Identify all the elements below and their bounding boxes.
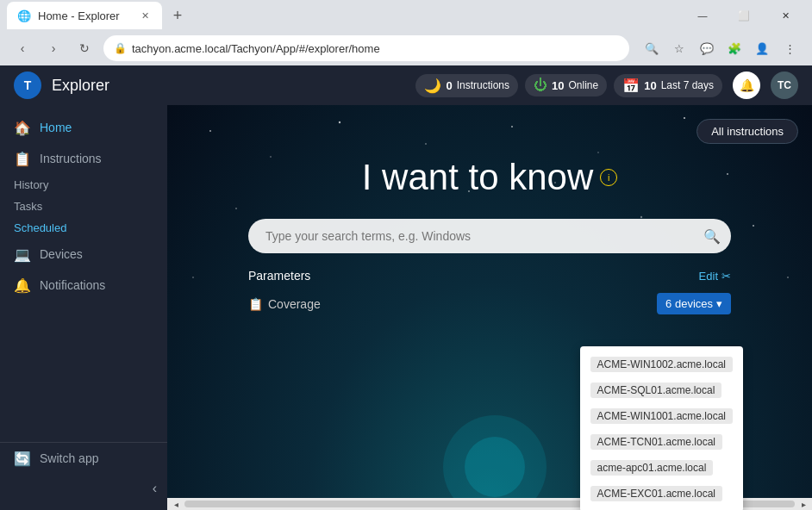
- online-label: Online: [568, 79, 598, 91]
- sidebar-notifications-label: Notifications: [40, 278, 105, 292]
- new-tab-button[interactable]: +: [166, 3, 190, 28]
- device-item-4[interactable]: acme-apc01.acme.local: [580, 455, 743, 481]
- parameters-label: Parameters: [248, 269, 310, 283]
- profile-icon[interactable]: 👤: [750, 36, 774, 60]
- sidebar-collapse-button[interactable]: ‹: [0, 474, 167, 503]
- window-controls: — ⬜ ✕: [683, 3, 805, 28]
- stat-instructions[interactable]: 🌙 0 Instructions: [415, 74, 518, 97]
- search-icon[interactable]: 🔍: [703, 228, 721, 245]
- minimize-button[interactable]: —: [683, 3, 722, 28]
- header-stats: 🌙 0 Instructions ⏻ 10 Online 📅 10 Last 7…: [415, 74, 722, 97]
- online-stat-icon: ⏻: [534, 78, 547, 93]
- app-title: Explorer: [52, 77, 405, 95]
- browser-tab: 🌐 Home - Explorer ✕: [7, 2, 162, 29]
- address-bar: ‹ › ↻ 🔒 tachyon.acme.local/Tachyon/App/#…: [0, 31, 812, 65]
- sidebar-item-instructions[interactable]: 📋 Instructions: [0, 143, 167, 174]
- device-tag-0: ACME-WIN1002.acme.local: [590, 357, 733, 372]
- parameters-panel: Parameters Edit ✂ 📋 Coverage 6 devices: [248, 264, 731, 320]
- stat-online[interactable]: ⏻ 10 Online: [525, 74, 607, 96]
- browser-toolbar-icons: 🔍 ☆ 💬 🧩 👤 ⋮: [640, 36, 802, 60]
- tab-favicon: 🌐: [17, 9, 31, 22]
- sidebar-item-devices[interactable]: 💻 Devices: [0, 239, 167, 270]
- extensions-icon[interactable]: 🧩: [722, 36, 746, 60]
- forward-button[interactable]: ›: [41, 36, 66, 60]
- bookmark-icon[interactable]: ☆: [667, 36, 691, 60]
- device-tag-2: ACME-WIN1001.acme.local: [590, 408, 733, 424]
- refresh-button[interactable]: ↻: [72, 36, 97, 60]
- search-box: 🔍: [248, 219, 731, 253]
- device-tag-1: ACME-SQL01.acme.local: [590, 382, 722, 398]
- edit-icon: ✂: [721, 270, 731, 283]
- stat-lastdays[interactable]: 📅 10 Last 7 days: [614, 74, 722, 97]
- device-tag-4: acme-apc01.acme.local: [590, 460, 714, 476]
- browser-chrome: 🌐 Home - Explorer ✕ + — ⬜ ✕ ‹ › ↻ 🔒 tach…: [0, 0, 812, 65]
- coverage-icon: 📋: [248, 297, 263, 311]
- devices-icon: 💻: [14, 246, 31, 263]
- switch-app-label: Switch app: [40, 451, 98, 465]
- notification-bell[interactable]: 🔔: [733, 72, 760, 99]
- home-icon: 🏠: [14, 119, 31, 136]
- device-tag-3: ACME-TCN01.acme.local: [590, 434, 722, 450]
- app-logo: T: [14, 72, 41, 99]
- online-count: 10: [552, 79, 564, 92]
- menu-icon[interactable]: ⋮: [778, 36, 802, 60]
- close-button[interactable]: ✕: [765, 3, 805, 28]
- edit-label: Edit: [699, 270, 718, 283]
- all-instructions-button[interactable]: All instructions: [696, 119, 798, 144]
- device-item-1[interactable]: ACME-SQL01.acme.local: [580, 377, 743, 403]
- device-item-5[interactable]: ACME-EXC01.acme.local: [580, 481, 743, 507]
- parameters-header: Parameters Edit ✂: [248, 264, 731, 288]
- instructions-label: Instructions: [457, 79, 509, 91]
- user-avatar[interactable]: TC: [771, 72, 798, 99]
- browser-title-bar: 🌐 Home - Explorer ✕ + — ⬜ ✕: [0, 0, 812, 31]
- sidebar-sub-history[interactable]: History: [0, 174, 167, 196]
- devices-dropdown-list: ACME-WIN1002.acme.local ACME-SQL01.acme.…: [580, 346, 743, 510]
- address-box: 🔒 tachyon.acme.local/Tachyon/App/#/explo…: [103, 35, 629, 61]
- device-item-2[interactable]: ACME-WIN1001.acme.local: [580, 403, 743, 429]
- back-button[interactable]: ‹: [10, 36, 34, 60]
- devices-dropdown-button[interactable]: 6 devices ▾: [657, 293, 731, 314]
- search-input[interactable]: [259, 229, 703, 243]
- coverage-row: 📋 Coverage 6 devices ▾: [248, 288, 731, 320]
- coverage-label: 📋 Coverage: [248, 297, 321, 311]
- dropdown-arrow-icon: ▾: [716, 297, 722, 310]
- switch-app-item[interactable]: 🔄 Switch app: [0, 443, 167, 474]
- device-item-3[interactable]: ACME-TCN01.acme.local: [580, 429, 743, 455]
- lastdays-count: 10: [644, 79, 656, 92]
- sidebar-bottom: 🔄 Switch app ‹: [0, 442, 167, 503]
- sidebar: 🏠 Home 📋 Instructions History Tasks Sche…: [0, 105, 167, 510]
- restore-button[interactable]: ⬜: [724, 3, 764, 28]
- collapse-icon: ‹: [153, 481, 157, 496]
- device-item-0[interactable]: ACME-WIN1002.acme.local: [580, 351, 743, 377]
- tab-close-icon[interactable]: ✕: [138, 9, 152, 22]
- sidebar-item-home[interactable]: 🏠 Home: [0, 112, 167, 143]
- edit-button[interactable]: Edit ✂: [699, 270, 731, 283]
- tab-title: Home - Explorer: [38, 9, 131, 22]
- switch-app-icon: 🔄: [14, 450, 31, 467]
- sidebar-item-notifications[interactable]: 🔔 Notifications: [0, 270, 167, 301]
- sidebar-sub-tasks[interactable]: Tasks: [0, 196, 167, 217]
- new-tab-icon: +: [173, 7, 183, 25]
- app-header: T Explorer 🌙 0 Instructions ⏻ 10 Online …: [0, 65, 812, 105]
- lastdays-stat-icon: 📅: [622, 78, 640, 94]
- search-browser-icon[interactable]: 🔍: [640, 36, 664, 60]
- device-tag-5: ACME-EXC01.acme.local: [590, 486, 722, 501]
- notifications-icon: 🔔: [14, 277, 31, 294]
- sidebar-home-label: Home: [40, 121, 72, 134]
- lock-icon: 🔒: [114, 42, 127, 54]
- url-text: tachyon.acme.local/Tachyon/App/#/explore…: [132, 42, 380, 55]
- chat-icon[interactable]: 💬: [695, 36, 719, 60]
- sidebar-devices-label: Devices: [40, 247, 83, 261]
- sidebar-instructions-label: Instructions: [40, 152, 102, 165]
- instructions-icon: 📋: [14, 150, 31, 167]
- instructions-count: 0: [446, 79, 452, 92]
- info-icon: i: [600, 169, 617, 186]
- content-area: All instructions I want to know i 🔍: [167, 105, 812, 510]
- sidebar-sub-scheduled[interactable]: Scheduled: [0, 217, 167, 239]
- bell-icon: 🔔: [740, 78, 754, 92]
- lastdays-label: Last 7 days: [661, 79, 714, 91]
- instructions-stat-icon: 🌙: [424, 78, 441, 94]
- headline: I want to know i: [362, 157, 617, 198]
